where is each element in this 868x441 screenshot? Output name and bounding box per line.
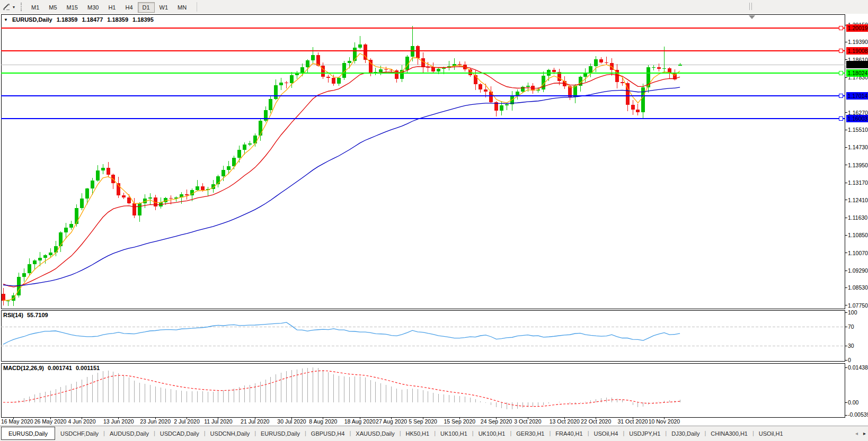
top-toolbar: ▾ M1M5M15M30H1H4D1W1MN xyxy=(0,0,868,14)
chart-tab-china300-h1[interactable]: CHINA300,H1 xyxy=(706,426,752,441)
svg-text:24 Sep 2020: 24 Sep 2020 xyxy=(481,418,512,425)
title-close: 1.18395 xyxy=(132,16,154,23)
svg-text:10 Nov 2020: 10 Nov 2020 xyxy=(649,418,680,425)
collapse-arrow-icon[interactable]: ▼ xyxy=(4,16,8,23)
svg-text:4 Jun 2020: 4 Jun 2020 xyxy=(68,418,96,425)
svg-text:1.07750: 1.07750 xyxy=(848,302,868,309)
svg-text:0.014384: 0.014384 xyxy=(848,364,868,371)
macd-indicator-label: MACD(12,26,9) 0.001741 0.001151 xyxy=(3,365,100,371)
svg-text:1.18024: 1.18024 xyxy=(848,70,868,76)
svg-text:11 Jul 2020: 11 Jul 2020 xyxy=(204,418,233,425)
chart-tab-ger30-h1[interactable]: GER30,H1 xyxy=(511,426,549,441)
svg-text:16 May 2020: 16 May 2020 xyxy=(1,418,33,425)
svg-text:30 Jul 2020: 30 Jul 2020 xyxy=(277,418,306,425)
svg-text:1.16003: 1.16003 xyxy=(848,115,868,122)
toolbar-handle xyxy=(749,3,752,10)
svg-text:1.12410: 1.12410 xyxy=(848,197,868,203)
macd-name: MACD(12,26,9) xyxy=(3,365,44,371)
svg-text:27 Aug 2020: 27 Aug 2020 xyxy=(376,418,407,425)
chart-tabs-bar: EURUSD,DailyUSDCHF,Daily|AUDUSD,Daily|US… xyxy=(0,426,868,441)
rsi-value: 55.7109 xyxy=(27,312,48,318)
svg-text:3 Oct 2020: 3 Oct 2020 xyxy=(514,418,542,425)
chart-tab-usoil-h4[interactable]: USOil,H4 xyxy=(589,426,623,441)
svg-text:1.20019: 1.20019 xyxy=(848,25,868,31)
svg-text:13 Oct 2020: 13 Oct 2020 xyxy=(550,418,580,425)
rsi-indicator-label: RSI(14) 55.7109 xyxy=(3,312,48,318)
svg-text:23 Jun 2020: 23 Jun 2020 xyxy=(140,418,171,425)
svg-text:1.09290: 1.09290 xyxy=(848,267,868,274)
timeframe-button-h1[interactable]: H1 xyxy=(103,2,120,13)
timeframe-button-w1[interactable]: W1 xyxy=(155,2,173,13)
svg-text:8 Aug 2020: 8 Aug 2020 xyxy=(309,418,337,425)
svg-text:1.19390: 1.19390 xyxy=(848,39,868,45)
tab-scroll-right-icon[interactable]: ▸ xyxy=(863,430,866,436)
timeframe-button-m30[interactable]: M30 xyxy=(83,2,103,13)
toolbar-dropdown-caret-icon[interactable]: ▾ xyxy=(12,5,17,10)
svg-text:1.08530: 1.08530 xyxy=(848,284,868,291)
tab-scroll-arrows: ◂ ▸ xyxy=(851,430,866,436)
timeframe-button-m15[interactable]: M15 xyxy=(62,2,83,13)
toolbar-grip xyxy=(21,3,22,11)
chart-tab-gbpusd-h4[interactable]: GBPUSD,H4 xyxy=(306,426,350,441)
svg-text:1.15510: 1.15510 xyxy=(848,127,868,133)
svg-text:18 Aug 2020: 18 Aug 2020 xyxy=(344,418,376,425)
chart-tab-eurusd-daily[interactable]: EURUSD,Daily xyxy=(256,426,305,441)
chart-title: ▼ EURUSD,Daily 1.18359 1.18477 1.18359 1… xyxy=(4,16,154,23)
price-chart[interactable]: 1.201501.193901.186101.178301.162701.155… xyxy=(0,0,868,441)
chart-tab-usdjpy-h1[interactable]: USDJPY,H1 xyxy=(624,426,665,441)
title-low: 1.18359 xyxy=(107,16,128,23)
macd-signal-value: 0.001151 xyxy=(76,365,100,371)
timeframe-button-d1[interactable]: D1 xyxy=(138,2,155,13)
svg-text:26 May 2020: 26 May 2020 xyxy=(34,418,67,425)
rsi-name: RSI(14) xyxy=(3,312,23,318)
svg-text:1.13950: 1.13950 xyxy=(848,162,868,168)
chart-tab-usdcnh-daily[interactable]: USDCNH,Daily xyxy=(206,426,255,441)
line-studies-icon[interactable] xyxy=(2,3,11,11)
svg-text:0.00: 0.00 xyxy=(848,399,859,406)
chart-tab-fra40-h1[interactable]: FRA40,H1 xyxy=(551,426,587,441)
chart-tab-eurusd-daily[interactable]: EURUSD,Daily xyxy=(1,427,55,440)
svg-text:-0.005396: -0.005396 xyxy=(848,411,868,418)
toolbar-separator xyxy=(197,2,197,12)
svg-text:1.18395: 1.18395 xyxy=(848,61,868,68)
svg-text:2 Jul 2020: 2 Jul 2020 xyxy=(174,418,200,425)
chart-tab-xauusd-daily[interactable]: XAUUSD,Daily xyxy=(351,426,399,441)
chart-tab-uk100-h1[interactable]: UK100,H1 xyxy=(474,426,510,441)
svg-text:1.11630: 1.11630 xyxy=(848,214,867,221)
svg-text:1.17014: 1.17014 xyxy=(848,93,868,99)
chart-tab-usoil-h1[interactable]: USOil,H1 xyxy=(754,426,788,441)
svg-text:1.13170: 1.13170 xyxy=(848,179,868,186)
svg-text:22 Oct 2020: 22 Oct 2020 xyxy=(581,418,611,425)
svg-text:13 Jun 2020: 13 Jun 2020 xyxy=(103,418,134,425)
timeframe-button-group: M1M5M15M30H1H4D1W1MN xyxy=(26,2,191,12)
svg-text:31 Oct 2020: 31 Oct 2020 xyxy=(617,418,648,425)
svg-text:1.10070: 1.10070 xyxy=(848,250,868,256)
chart-tab-dj30-daily[interactable]: DJ30,Daily xyxy=(667,426,704,441)
svg-text:30: 30 xyxy=(848,343,854,349)
chart-tab-usdcad-daily[interactable]: USDCAD,Daily xyxy=(155,426,204,441)
svg-text:100: 100 xyxy=(848,309,857,316)
svg-text:70: 70 xyxy=(848,323,854,330)
svg-text:1.16270: 1.16270 xyxy=(848,110,868,116)
chart-tab-group: EURUSD,DailyUSDCHF,Daily|AUDUSD,Daily|US… xyxy=(1,426,788,441)
svg-text:5 Sep 2020: 5 Sep 2020 xyxy=(409,418,437,425)
svg-text:1.14730: 1.14730 xyxy=(848,144,868,150)
chart-tab-usdchf-daily[interactable]: USDCHF,Daily xyxy=(56,426,103,441)
chart-tab-uk100-h1[interactable]: UK100,H1 xyxy=(436,426,472,441)
title-high: 1.18477 xyxy=(82,16,103,23)
timeframe-button-m1[interactable]: M1 xyxy=(26,2,44,13)
tab-scroll-left-icon[interactable]: ◂ xyxy=(855,430,858,436)
macd-main-value: 0.001741 xyxy=(48,365,72,371)
svg-text:21 Jul 2020: 21 Jul 2020 xyxy=(241,418,269,425)
title-open: 1.18359 xyxy=(57,16,78,23)
svg-text:0: 0 xyxy=(848,357,851,363)
chart-tab-hk50-h1[interactable]: HK50,H1 xyxy=(401,426,435,441)
svg-text:1.10850: 1.10850 xyxy=(848,232,868,238)
timeframe-button-m5[interactable]: M5 xyxy=(44,2,61,13)
svg-text:15 Sep 2020: 15 Sep 2020 xyxy=(444,418,476,425)
timeframe-button-h4[interactable]: H4 xyxy=(120,2,137,13)
timeframe-button-mn[interactable]: MN xyxy=(173,2,191,13)
chart-tab-audusd-daily[interactable]: AUDUSD,Daily xyxy=(105,426,154,441)
svg-text:1.19008: 1.19008 xyxy=(848,48,868,54)
title-symbol: EURUSD,Daily xyxy=(12,16,52,23)
